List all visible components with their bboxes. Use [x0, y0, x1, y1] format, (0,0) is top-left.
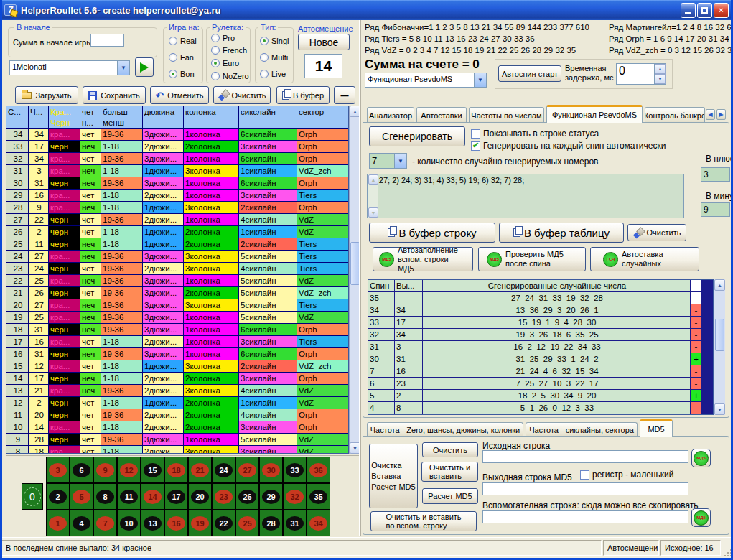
table-row[interactable]: 1925кра...неч19-363дюжи...1колонка5сикла…: [6, 312, 348, 323]
table-row[interactable]: 3317черннеч1-182дюжи...2колонка3сиклайнO…: [6, 141, 348, 152]
scrollbar-thumb[interactable]: [715, 319, 724, 351]
load-button[interactable]: Загрузить: [15, 86, 78, 104]
table-row[interactable]: 1831черннеч19-363дюжи...1колонка6сиклайн…: [6, 324, 348, 335]
autobet-random-button[interactable]: ГСЧАвтоставка случайных: [590, 247, 699, 271]
table-row[interactable]: 2427кра...неч19-363дюжи...3колонка5сикла…: [6, 251, 348, 262]
roulette-number-14[interactable]: 14: [141, 483, 164, 510]
radio-singl[interactable]: Singl: [260, 37, 289, 45]
close-button[interactable]: ×: [714, 3, 729, 18]
roulette-number-18[interactable]: 18: [164, 457, 188, 483]
roulette-number-13[interactable]: 13: [141, 510, 164, 536]
roulette-number-9[interactable]: 9: [93, 457, 117, 483]
register-checkbox[interactable]: регистр - маленький: [580, 470, 673, 480]
roulette-number-22[interactable]: 22: [212, 510, 235, 536]
roulette-number-5[interactable]: 5: [70, 483, 93, 510]
roulette-number-28[interactable]: 28: [259, 510, 283, 536]
tab-scroll-left-icon[interactable]: ◀: [706, 109, 715, 120]
table-row[interactable]: 5218 2 5 30 34 9 20+: [368, 390, 713, 401]
table-row[interactable]: 3234кра...чет19-363дюжи...1колонка6сикла…: [6, 153, 348, 164]
scroll-down-icon[interactable]: ▼: [368, 207, 378, 218]
roulette-number-23[interactable]: 23: [212, 483, 235, 510]
roulette-number-31[interactable]: 31: [283, 510, 307, 536]
delay-spinner[interactable]: 0 ▲▼: [616, 63, 666, 85]
roulette-number-20[interactable]: 20: [188, 483, 212, 510]
spin-down-icon[interactable]: ▼: [655, 74, 666, 84]
buffer-table-button[interactable]: В буфер таблицу: [499, 223, 624, 243]
radio-live[interactable]: Live: [260, 70, 286, 78]
textarea-scrollbar[interactable]: ▲ ▼: [368, 174, 378, 218]
scroll-up-icon[interactable]: ▲: [714, 279, 725, 291]
play-button[interactable]: [135, 57, 154, 77]
table-row[interactable]: 2511черннеч1-181дюжи...2колонка2сиклайнT…: [6, 238, 348, 250]
radio-real[interactable]: Real: [169, 37, 197, 45]
tab-freq-sixline[interactable]: Частота - сиклайны, сектора: [526, 422, 638, 437]
table-row[interactable]: 31316 2 12 19 22 34 33-: [368, 341, 713, 353]
new-button[interactable]: Новое: [298, 34, 350, 50]
dropdown-arrow-icon[interactable]: ▼: [474, 73, 486, 87]
dropdown-arrow-icon[interactable]: ▼: [394, 154, 406, 168]
roulette-number-16[interactable]: 16: [164, 510, 188, 536]
table-row[interactable]: 71621 24 4 6 32 15 34-: [368, 365, 713, 377]
roulette-number-1[interactable]: 1: [46, 510, 70, 536]
md5-calc-aux-button[interactable]: МД5: [691, 508, 711, 527]
table-row[interactable]: 3434кра...чет19-363дюжи...1колонка6сикла…: [6, 129, 348, 140]
table-row[interactable]: 1631черннеч19-363дюжи...1колонка6сиклайн…: [6, 348, 348, 360]
tab-scroll-right-icon[interactable]: ▶: [716, 109, 726, 120]
roulette-number-35[interactable]: 35: [307, 483, 330, 510]
table-row[interactable]: 2722чернчет19-362дюжи...1колонка4сиклайн…: [6, 214, 348, 225]
buffer-button[interactable]: В буфер: [276, 86, 330, 104]
roulette-number-7[interactable]: 7: [93, 510, 117, 536]
table-row[interactable]: 818кра...чет1-182дюжи...3колонка3сиклайн…: [6, 446, 348, 454]
roulette-number-36[interactable]: 36: [307, 457, 330, 483]
check-md5-button[interactable]: МД5Проверить МД5 после спина: [478, 247, 586, 271]
table-row[interactable]: 122чернчет1-181дюжи...2колонка1сиклайнVd…: [6, 397, 348, 409]
tab-bankroll[interactable]: Контроль банкро: [645, 107, 705, 123]
generated-scrollbar[interactable]: ▲ ▼: [714, 279, 725, 415]
roulette-number-30[interactable]: 30: [259, 457, 283, 483]
radio-french[interactable]: French: [211, 46, 247, 55]
table-row[interactable]: 485 1 26 0 12 3 33-: [368, 402, 713, 414]
tab-frequencies[interactable]: Частоты по числам: [469, 107, 544, 123]
md5-calc-source-button[interactable]: МД5: [691, 449, 711, 467]
generated-table[interactable]: СпинВы...Сгенерированные случайные числа…: [368, 279, 714, 415]
minus-button[interactable]: —: [334, 86, 355, 104]
spin-up-icon[interactable]: ▲: [655, 64, 666, 74]
roulette-number-15[interactable]: 15: [141, 457, 164, 483]
buffer-row-button[interactable]: В буфер строку: [369, 223, 495, 243]
table-row[interactable]: 3031черннеч19-363дюжи...1колонка6сиклайн…: [6, 177, 348, 189]
roulette-number-32[interactable]: 32: [283, 483, 307, 510]
roulette-number-11[interactable]: 11: [117, 483, 141, 510]
md5-calc-button[interactable]: Расчет MD5: [422, 488, 478, 504]
md5-clear-paste-aux-button[interactable]: Очистить и вставить во вспом. строку: [370, 511, 477, 531]
radio-nozero[interactable]: NoZero: [211, 72, 249, 80]
scroll-up-icon[interactable]: ▲: [368, 174, 378, 185]
table-row[interactable]: 3527 24 31 33 19 32 28: [368, 292, 713, 304]
generate-button[interactable]: Сгенерировать: [369, 126, 465, 146]
table-row[interactable]: 1321кра...неч19-362дюжи...3колонка4сикла…: [6, 385, 348, 396]
aux-string-input[interactable]: [482, 510, 688, 523]
clear-button[interactable]: Очистить: [213, 86, 271, 104]
roulette-number-3[interactable]: 3: [46, 457, 70, 483]
roulette-number-12[interactable]: 12: [117, 457, 141, 483]
radio-multi[interactable]: Multi: [260, 53, 288, 62]
table-row[interactable]: 2126чернчет19-363дюжи...2колонка5сиклайн…: [6, 287, 348, 299]
tab-psevdoms[interactable]: Функционал PsevdoMS: [546, 105, 643, 123]
radio-euro[interactable]: Euro: [211, 59, 239, 67]
roulette-number-21[interactable]: 21: [188, 457, 212, 483]
roulette-number-29[interactable]: 29: [259, 483, 283, 510]
resize-grip[interactable]: [723, 548, 732, 556]
table-row[interactable]: 289кра...неч1-181дюжи...3колонка2сиклайн…: [6, 202, 348, 213]
show-status-checkbox[interactable]: Показывать в строке статуса: [471, 129, 599, 139]
roulette-number-25[interactable]: 25: [235, 510, 259, 536]
table-row[interactable]: 1120чернчет19-362дюжи...2колонка4сиклайн…: [6, 409, 348, 421]
md5-clear-button[interactable]: Очистить: [422, 442, 478, 457]
radio-pro[interactable]: Pro: [211, 34, 235, 42]
count-select[interactable]: 7 ▼: [369, 153, 407, 169]
tab-autobets[interactable]: Автоставки: [416, 107, 467, 123]
table-row[interactable]: 1716кра...чет1-182дюжи...1колонка3сиклай…: [6, 336, 348, 347]
roulette-number-6[interactable]: 6: [70, 457, 93, 483]
table-row[interactable]: 313кра...неч1-181дюжи...3колонка1сиклайн…: [6, 165, 348, 177]
autospin-button[interactable]: Автоспин старт: [498, 65, 561, 82]
table-row[interactable]: 331715 19 1 9 4 28 30-: [368, 317, 713, 328]
radio-bon[interactable]: Bon: [169, 70, 195, 78]
